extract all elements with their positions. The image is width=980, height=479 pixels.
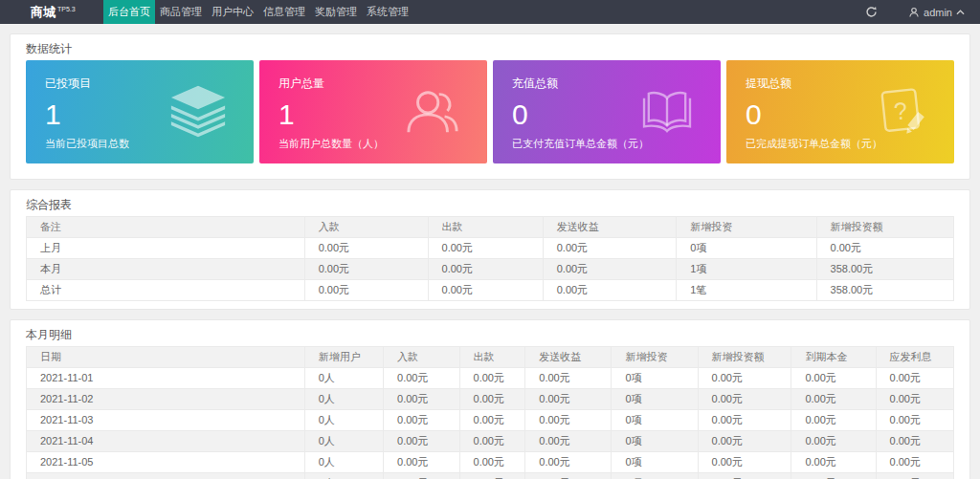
report-table: 备注 入款 出款 发送收益 新增投资 新增投资额 上月 0.00元 0.00元 … — [26, 216, 954, 301]
table-cell: 0.00元 — [525, 389, 612, 410]
table-cell: 0.00元 — [791, 431, 876, 452]
table-row: 2021-11-06 0人 0.00元 0.00元 0.00元 0项 0.00元… — [27, 473, 954, 479]
table-cell: 0.00元 — [791, 452, 876, 473]
table-cell: 总计 — [27, 280, 305, 301]
table-cell: 0.00元 — [304, 259, 428, 280]
svg-text:?: ? — [893, 97, 909, 124]
app-logo: 商城 TP5.3 — [0, 0, 103, 24]
stat-card-desc: 当前用户总数量（人） — [278, 137, 468, 151]
table-cell: 0.00元 — [304, 280, 428, 301]
report-table-header-row: 备注 入款 出款 发送收益 新增投资 新增投资额 — [27, 217, 954, 238]
report-panel-title: 综合报表 — [26, 198, 954, 210]
detail-col-header: 到期本金 — [791, 347, 876, 368]
table-cell: 0.00元 — [459, 410, 525, 431]
table-cell: 0.00元 — [876, 389, 953, 410]
detail-col-header: 新增投资 — [612, 347, 698, 368]
detail-col-header: 入款 — [384, 347, 459, 368]
stat-card-total-withdrawal: 提现总额 0 已完成提现订单总金额（元） ? — [726, 60, 954, 163]
stat-card-invested-projects: 已投项目 1 当前已投项目总数 — [26, 60, 254, 163]
table-cell: 0项 — [612, 431, 698, 452]
table-cell: 2021-11-03 — [27, 410, 305, 431]
table-cell: 0项 — [612, 452, 698, 473]
table-cell: 上月 — [27, 238, 305, 259]
table-cell: 0.00元 — [876, 410, 953, 431]
table-cell: 0人 — [304, 368, 383, 389]
table-cell: 0人 — [304, 389, 383, 410]
table-cell: 0.00元 — [384, 410, 459, 431]
nav-item-info[interactable]: 信息管理 — [258, 0, 310, 24]
table-cell: 2021-11-06 — [27, 473, 305, 479]
report-col-header: 发送收益 — [543, 217, 677, 238]
detail-table: 日期 新增用户 入款 出款 发送收益 新增投资 新增投资额 到期本金 应发利息 … — [26, 346, 954, 479]
table-cell: 0.00元 — [876, 452, 953, 473]
table-cell: 0.00元 — [428, 238, 543, 259]
table-cell: 0.00元 — [791, 473, 876, 479]
table-cell: 本月 — [27, 259, 305, 280]
table-cell: 0.00元 — [459, 431, 525, 452]
table-cell: 0.00元 — [698, 368, 791, 389]
document-question-icon: ? — [873, 83, 929, 140]
table-cell: 0.00元 — [698, 431, 791, 452]
table-cell: 0.00元 — [791, 368, 876, 389]
top-navbar: 商城 TP5.3 后台首页 商品管理 用户中心 信息管理 奖励管理 系统管理 a… — [0, 0, 980, 24]
detail-panel: 本月明细 日期 新增用户 入款 出款 发送收益 新增投资 新增投资额 到期本金 … — [10, 319, 970, 479]
stat-card-desc: 当前已投项目总数 — [45, 137, 234, 151]
table-cell: 0.00元 — [525, 410, 612, 431]
nav-item-dashboard[interactable]: 后台首页 — [103, 0, 155, 24]
nav-item-reward[interactable]: 奖励管理 — [310, 0, 362, 24]
detail-col-header: 新增投资额 — [698, 347, 791, 368]
table-cell: 0.00元 — [304, 238, 428, 259]
table-cell: 2021-11-05 — [27, 452, 305, 473]
table-cell: 358.00元 — [816, 280, 953, 301]
table-cell: 0.00元 — [459, 473, 525, 479]
table-cell: 0.00元 — [876, 473, 953, 479]
table-cell: 2021-11-01 — [27, 368, 305, 389]
table-cell: 0.00元 — [428, 259, 543, 280]
table-row: 总计 0.00元 0.00元 0.00元 1笔 358.00元 — [27, 280, 954, 301]
table-cell: 0.00元 — [698, 452, 791, 473]
stat-card-total-users: 用户总量 1 当前用户总数量（人） — [259, 60, 487, 163]
detail-col-header: 应发利息 — [876, 347, 953, 368]
user-icon — [908, 7, 920, 18]
table-cell: 0项 — [677, 238, 816, 259]
table-row: 2021-11-04 0人 0.00元 0.00元 0.00元 0项 0.00元… — [27, 431, 954, 452]
table-row: 2021-11-01 0人 0.00元 0.00元 0.00元 0项 0.00元… — [27, 368, 954, 389]
table-cell: 0.00元 — [791, 389, 876, 410]
app-logo-text: 商城 — [31, 4, 56, 21]
detail-col-header: 日期 — [27, 347, 305, 368]
report-col-header: 出款 — [428, 217, 543, 238]
table-cell: 0.00元 — [791, 410, 876, 431]
nav-item-user-center[interactable]: 用户中心 — [207, 0, 258, 24]
table-cell: 2021-11-04 — [27, 431, 305, 452]
table-cell: 0.00元 — [525, 452, 612, 473]
table-cell: 0.00元 — [698, 473, 791, 479]
stats-panel-title: 数据统计 — [26, 42, 954, 54]
user-menu[interactable]: admin — [891, 7, 970, 18]
report-col-header: 入款 — [304, 217, 428, 238]
table-cell: 0.00元 — [384, 473, 459, 479]
users-icon — [405, 87, 460, 137]
layers-icon — [169, 85, 227, 139]
caret-up-icon — [956, 10, 965, 15]
stat-card-desc: 已支付充值订单总金额（元） — [512, 137, 702, 151]
table-cell: 0.00元 — [816, 238, 953, 259]
report-col-header: 备注 — [27, 217, 305, 238]
stat-card-total-recharge: 充值总额 0 已支付充值订单总金额（元） — [493, 60, 721, 163]
table-cell: 0.00元 — [459, 452, 525, 473]
table-cell: 0.00元 — [428, 280, 543, 301]
table-cell: 1项 — [677, 259, 816, 280]
refresh-button[interactable] — [852, 6, 891, 18]
username: admin — [924, 7, 952, 18]
nav-item-goods[interactable]: 商品管理 — [155, 0, 207, 24]
table-cell: 0.00元 — [876, 368, 953, 389]
nav-item-system[interactable]: 系统管理 — [362, 0, 413, 24]
open-book-icon — [640, 90, 694, 134]
table-cell: 0.00元 — [698, 410, 791, 431]
table-cell: 358.00元 — [816, 259, 953, 280]
table-cell: 0.00元 — [876, 431, 953, 452]
table-cell: 0.00元 — [459, 389, 525, 410]
table-cell: 0.00元 — [384, 389, 459, 410]
table-cell: 0.00元 — [543, 280, 677, 301]
report-col-header: 新增投资 — [677, 217, 816, 238]
app-version: TP5.3 — [57, 6, 76, 12]
